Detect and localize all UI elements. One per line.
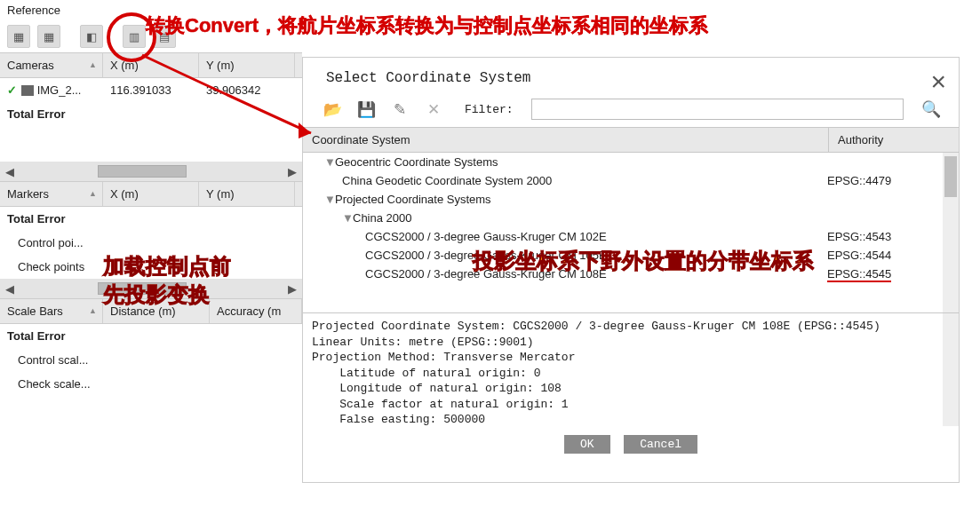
tree-group-geocentric[interactable]: ▼Geocentric Coordinate Systems bbox=[303, 153, 959, 171]
item-label: CGCS2000 / 3-degree Gauss-Kruger CM 102E bbox=[365, 230, 607, 243]
col-label: Markers bbox=[7, 187, 49, 201]
tb-icon-1[interactable]: ▦ bbox=[7, 25, 30, 48]
vscroll-thumb[interactable] bbox=[944, 156, 957, 197]
col-x[interactable]: X (m) bbox=[103, 53, 199, 77]
save-icon[interactable]: 💾 bbox=[355, 99, 378, 120]
delete-icon[interactable]: ✕ bbox=[422, 99, 445, 120]
tree-group-projected[interactable]: ▼Projected Coordinate Systems bbox=[303, 190, 959, 209]
col-coordinate-system[interactable]: Coordinate System bbox=[303, 128, 829, 152]
annotation-mid: 投影坐标系下野外设置的分带坐标系 bbox=[473, 247, 814, 275]
control-scale-label: Control scal... bbox=[0, 352, 95, 368]
tb-sep bbox=[68, 25, 73, 48]
col-y[interactable]: Y (m) bbox=[199, 182, 295, 206]
col-markers[interactable]: Markers▲ bbox=[0, 182, 103, 206]
item-auth: EPSG::4544 bbox=[827, 249, 925, 262]
item-auth: EPSG::4479 bbox=[827, 174, 925, 187]
dialog-title: Select Coordinate System bbox=[303, 58, 959, 93]
control-points-label: Control poi... bbox=[0, 234, 91, 251]
group-label: Geocentric Coordinate Systems bbox=[335, 155, 498, 169]
ok-button[interactable]: OK bbox=[564, 435, 610, 454]
col-cameras[interactable]: Cameras▲ bbox=[0, 53, 103, 77]
item-label: China Geodetic Coordinate System 2000 bbox=[342, 174, 552, 187]
scroll-right-icon[interactable]: ▶ bbox=[284, 165, 300, 178]
group-label: Projected Coordinate Systems bbox=[335, 193, 491, 206]
tree-item-china-geodetic[interactable]: China Geodetic Coordinate System 2000 EP… bbox=[303, 171, 959, 190]
annotation-left2: 先投影变换 bbox=[103, 281, 210, 309]
tb-icon-3[interactable]: ◧ bbox=[80, 25, 103, 48]
chevron-down-icon: ▼ bbox=[342, 211, 353, 225]
sort-icon: ▲ bbox=[89, 60, 97, 69]
detail-line: Projection Method: Transverse Mercator bbox=[312, 351, 575, 364]
filter-label: Filter: bbox=[465, 103, 514, 116]
chevron-down-icon: ▼ bbox=[324, 155, 335, 169]
sort-icon: ▲ bbox=[89, 189, 97, 198]
col-y[interactable]: Y (m) bbox=[199, 53, 295, 77]
sort-icon: ▲ bbox=[89, 306, 97, 315]
camera-y: 39.906342 bbox=[199, 82, 295, 99]
detail-line: Latitude of natural origin: 0 bbox=[312, 367, 540, 380]
col-label: Scale Bars bbox=[7, 304, 63, 318]
check-scale-label: Check scale... bbox=[0, 376, 98, 392]
scalebars-check-row[interactable]: Check scale... bbox=[0, 372, 302, 396]
cameras-hscroll[interactable]: ◀ ▶ bbox=[0, 162, 302, 181]
item-auth: EPSG::4545 bbox=[827, 267, 891, 282]
filter-input[interactable] bbox=[531, 99, 904, 120]
markers-total: Total Error bbox=[0, 210, 73, 227]
detail-line: Longitude of natural origin: 108 bbox=[312, 382, 562, 395]
image-icon bbox=[21, 85, 34, 96]
camera-x: 116.391033 bbox=[103, 82, 199, 99]
item-auth: EPSG::4543 bbox=[827, 230, 925, 243]
annotation-left1: 加载控制点前 bbox=[103, 252, 231, 281]
cancel-button[interactable]: Cancel bbox=[624, 435, 697, 454]
close-icon[interactable]: × bbox=[930, 67, 946, 97]
detail-line: Projected Coordinate System: CGCS2000 / … bbox=[312, 320, 880, 333]
scalebars-total: Total Error bbox=[0, 328, 73, 344]
crs-detail: Projected Coordinate System: CGCS2000 / … bbox=[303, 312, 959, 426]
scroll-thumb[interactable] bbox=[98, 165, 187, 178]
scroll-left-icon[interactable]: ◀ bbox=[2, 282, 18, 296]
annotation-top: 转换Convert，将航片坐标系转换为与控制点坐标系相同的坐标系 bbox=[146, 12, 708, 39]
tb-sep bbox=[110, 25, 116, 48]
scroll-left-icon[interactable]: ◀ bbox=[2, 165, 18, 178]
col-scalebars[interactable]: Scale Bars▲ bbox=[0, 299, 103, 323]
camera-row[interactable]: ✓ IMG_2... 116.391033 39.906342 bbox=[0, 78, 302, 102]
tree-subgroup-china2000[interactable]: ▼China 2000 bbox=[303, 209, 959, 227]
chevron-down-icon: ▼ bbox=[324, 193, 335, 206]
camera-name: IMG_2... bbox=[37, 83, 82, 97]
cameras-total: Total Error bbox=[0, 102, 302, 126]
total-error-label: Total Error bbox=[0, 106, 73, 123]
subgroup-label: China 2000 bbox=[353, 211, 412, 225]
check-icon: ✓ bbox=[7, 83, 20, 97]
tree-vscroll[interactable] bbox=[943, 153, 959, 312]
col-x[interactable]: X (m) bbox=[103, 182, 199, 206]
tree-header: Coordinate System Authority bbox=[303, 127, 959, 153]
scroll-right-icon[interactable]: ▶ bbox=[284, 282, 300, 296]
detail-vscroll[interactable] bbox=[943, 313, 959, 426]
markers-header: Markers▲ X (m) Y (m) bbox=[0, 181, 302, 207]
open-icon[interactable]: 📂 bbox=[321, 99, 344, 120]
col-accuracy[interactable]: Accuracy (m bbox=[210, 299, 302, 323]
detail-line: Scale factor at natural origin: 1 bbox=[312, 398, 569, 411]
edit-icon[interactable]: ✎ bbox=[388, 99, 411, 120]
search-icon[interactable]: 🔍 bbox=[921, 99, 941, 119]
cameras-header: Cameras▲ X (m) Y (m) bbox=[0, 52, 302, 78]
detail-line: Linear Units: metre (EPSG::9001) bbox=[312, 336, 534, 349]
check-points-label: Check points bbox=[0, 258, 92, 275]
markers-control-row[interactable]: Control poi... bbox=[0, 231, 302, 255]
tb-icon-2[interactable]: ▦ bbox=[37, 25, 60, 48]
detail-line: False easting: 500000 bbox=[312, 413, 485, 426]
scalebars-control-row[interactable]: Control scal... bbox=[0, 348, 302, 372]
convert-icon[interactable]: ▥ bbox=[123, 25, 146, 48]
col-authority[interactable]: Authority bbox=[829, 128, 959, 152]
tree-item-102e[interactable]: CGCS2000 / 3-degree Gauss-Kruger CM 102E… bbox=[303, 227, 959, 246]
col-label: Cameras bbox=[7, 59, 54, 72]
